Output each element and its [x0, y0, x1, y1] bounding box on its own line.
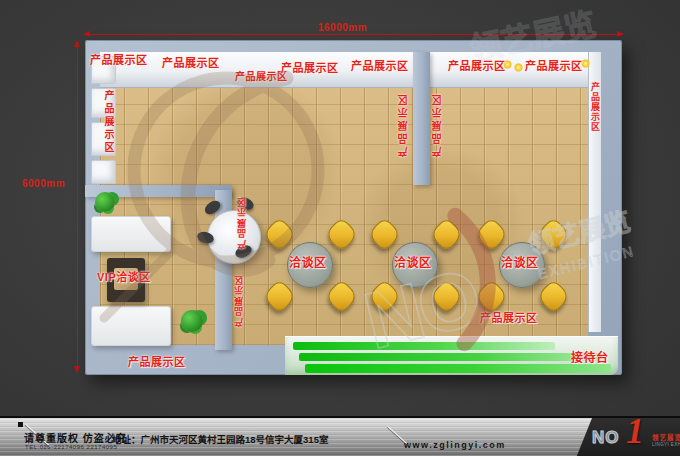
logo-one-swoosh: 1	[626, 410, 644, 452]
led-strip	[305, 364, 611, 373]
center-divider-wall	[413, 52, 430, 185]
footer-corner-mark	[18, 422, 23, 427]
rendered-floorplan-image: 16000mm 6000mm	[0, 0, 680, 456]
area-label-product-display: 产品展示区	[235, 71, 288, 83]
logo-brand-text: 领艺展览	[652, 432, 680, 442]
area-label-vip-negotiation: VIP洽谈区	[97, 271, 151, 283]
dimension-arrow-down	[74, 366, 80, 373]
logo-subtitle-text: LINGYI EXHIBITION	[652, 442, 680, 447]
reception-counter: 接待台	[285, 336, 618, 375]
display-cabinet	[91, 160, 116, 184]
plant	[95, 192, 115, 212]
area-label-product-display-vertical: 产品展示区	[232, 274, 246, 327]
area-label-product-display-vertical: 产品展示区	[101, 90, 115, 155]
dimension-line-vertical	[77, 41, 78, 373]
area-label-product-display: 产品展示区	[281, 62, 339, 74]
booth-floorplan: 接待台 产品展示区 产品展示区 产品展示区 产品展示区 产品展示区 产品展示区 …	[85, 40, 622, 375]
footer-website-text: www.zglingyi.com	[404, 440, 506, 450]
area-label-negotiation: 洽谈区	[501, 257, 539, 269]
dimension-arrow-up	[74, 40, 80, 47]
vip-sofa-top	[91, 216, 171, 252]
dimension-height-label: 6000mm	[22, 178, 65, 189]
company-logo: NO 1 领艺展览 LINGYI EXHIBITION	[576, 418, 680, 456]
dimension-arrow-right	[617, 31, 624, 37]
footer-bar: 请尊重版权 仿盗必究 TEL:020-22174096 22174095 地址：…	[0, 416, 680, 456]
footer-telephone-text: TEL:020-22174096 22174095	[25, 444, 117, 450]
area-label-product-display-vertical: 产品展示区	[431, 92, 445, 157]
area-label-product-display: 产品展示区	[128, 356, 186, 368]
led-strip	[293, 342, 555, 350]
reception-label: 接待台	[571, 352, 609, 364]
area-label-product-display-vertical: 产品展示区	[397, 92, 411, 157]
area-label-product-display: 产品展示区	[351, 60, 409, 72]
vip-sofa-bottom	[91, 306, 171, 346]
dimension-line-horizontal	[87, 34, 621, 35]
area-label-product-display: 产品展示区	[525, 60, 583, 72]
footer-address-text: 地址：广州市天河区黄村王园路18号信宇大厦315室	[112, 432, 328, 446]
area-label-product-display-vertical: 产品展示区	[235, 196, 249, 249]
plant	[181, 310, 203, 332]
round-display-table	[207, 210, 261, 264]
logo-no-text: NO	[592, 428, 620, 448]
area-label-product-display: 产品展示区	[480, 312, 538, 324]
area-label-product-display-vertical: 产品展示区	[588, 82, 602, 132]
area-label-negotiation: 洽谈区	[289, 257, 327, 269]
area-label-product-display: 产品展示区	[90, 54, 148, 66]
dimension-arrow-left	[83, 31, 90, 37]
led-strip	[299, 353, 599, 361]
dimension-width-label: 16000mm	[318, 22, 367, 33]
area-label-negotiation: 洽谈区	[394, 257, 432, 269]
area-label-product-display: 产品展示区	[162, 57, 220, 69]
spotlight	[514, 63, 523, 72]
area-label-product-display: 产品展示区	[448, 60, 506, 72]
